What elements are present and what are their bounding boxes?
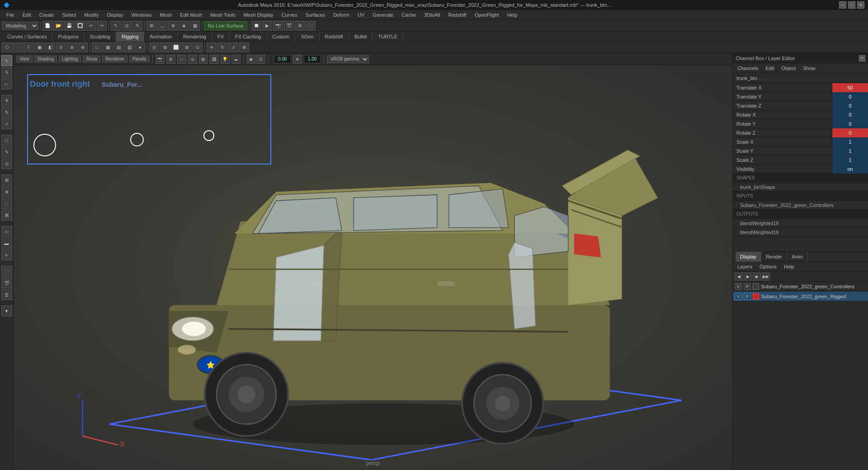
tab-xgen[interactable]: XGen [295,32,319,42]
lighting-menu-button[interactable]: Lighting [59,56,81,62]
viewport[interactable]: View Shading Lighting Show Renderer Pane… [14,53,732,470]
menu-help[interactable]: Help [504,11,521,19]
show-tab[interactable]: Show [801,65,817,72]
display-tab[interactable]: Display [736,252,761,262]
menu-redshift[interactable]: Redshift [444,11,470,19]
snapshot-button[interactable]: 📷 [273,21,283,31]
xray-icon[interactable]: ◎ [188,55,197,64]
menu-modify[interactable]: Modify [80,11,102,19]
custom-tool-3[interactable]: ⊙ [1,158,12,169]
renderer-menu-button[interactable]: Renderer [102,56,127,62]
tab-curves-surfaces[interactable]: Curves / Surfaces [2,32,52,42]
outliner-button[interactable]: ☰ [1,289,12,300]
texture-icon[interactable]: 🖼 [210,55,219,64]
smooth-button[interactable]: ▦ [103,42,113,52]
render-view-button[interactable]: 🎬 [1,277,12,288]
custom-tool-1[interactable]: ⬡ [1,135,12,146]
shading-menu-button[interactable]: Shading [34,56,57,62]
lasso-tool-button[interactable]: ◎ [122,21,132,31]
visibility-value[interactable]: on [832,164,868,174]
menu-windows[interactable]: Windows [128,11,156,19]
wireframe-button[interactable]: □ [92,42,102,52]
tab-sculpting[interactable]: Sculpting [85,32,116,42]
translate-y-value[interactable]: 0 [832,92,868,101]
scale-y-value[interactable]: 1 [832,146,868,155]
lights-icon[interactable]: 💡 [221,55,230,64]
menu-generate[interactable]: Generate [369,11,397,19]
menu-cache[interactable]: Cache [398,11,420,19]
gamma-select[interactable]: sRGB gamma Linear [327,55,369,63]
tab-fx-caching[interactable]: FX Caching [230,32,267,42]
universal-manip-button[interactable]: ⊕ [239,42,249,52]
menu-create[interactable]: Create [36,11,58,19]
layer-rigged[interactable]: V P Subaru_Forester_2022_green_Rigged [733,291,868,301]
uv-select-button[interactable]: ◧ [45,42,55,52]
texture-button[interactable]: ▨ [124,42,134,52]
maximize-button[interactable]: □ [848,1,855,9]
vertex-select-button[interactable]: · [13,42,23,52]
select-tool-button[interactable]: ↖ [111,21,121,31]
snap-point-button[interactable]: ⊕ [168,21,178,31]
scale-z-value[interactable]: 1 [832,155,868,164]
undo-button[interactable]: ↩ [86,21,96,31]
tab-fx[interactable]: FX [212,32,230,42]
paint-tool-button[interactable]: ✎ [132,21,142,31]
layer-anim-button[interactable]: ▶ [753,273,761,281]
next-layer-button[interactable]: ▶ [744,273,752,281]
layer-p-btn-2[interactable]: P [744,293,751,300]
lasso-select-button[interactable]: ⟜ [1,79,12,89]
mode-dropdown[interactable]: Modeling Rigging Animation Rendering FX [2,22,38,30]
tab-animation[interactable]: Animation [144,32,178,42]
joint-tool-button[interactable]: ⊙ [56,42,66,52]
scale-x-value[interactable]: 1 [832,137,868,146]
edit-tab[interactable]: Edit [764,65,776,72]
help-layer-tab[interactable]: Help [782,263,796,270]
select-mode-button[interactable]: ↖ [1,55,12,66]
rotate-z-value[interactable]: 0 [832,128,868,137]
wireframe-icon[interactable]: □ [177,55,186,64]
snap-grid-button[interactable]: ⊞ [146,21,156,31]
menu-file[interactable]: File [3,11,18,19]
menu-select[interactable]: Select [59,11,80,19]
custom-tool-2[interactable]: ✎ [1,146,12,157]
layer-end-button[interactable]: ▶▶ [762,273,770,281]
ik-handle-button[interactable]: ⊚ [67,42,77,52]
prev-layer-button[interactable]: ◀ [735,273,743,281]
menu-openflight[interactable]: OpenFlight [471,11,503,19]
isolate-icon[interactable]: ◉ [246,55,255,64]
layer-v-btn-2[interactable]: V [735,293,742,300]
lights-button[interactable]: ● [135,42,145,52]
menu-surfaces[interactable]: Surfaces [302,11,329,19]
tab-bullet[interactable]: Bullet [349,32,373,42]
edge-select-button[interactable]: ⌇ [24,42,33,52]
render-button[interactable]: 🎬 [284,21,294,31]
render-layer-button[interactable]: ▬ [1,238,12,249]
menu-edit[interactable]: Edit [19,11,35,19]
camera-icon[interactable]: 📷 [156,55,165,64]
move-button[interactable]: ✛ [207,42,217,52]
rotate-x-value[interactable]: 0 [832,110,868,119]
translate-z-value[interactable]: 0 [832,101,868,110]
xray-button[interactable]: ◎ [149,42,159,52]
render-preview-button[interactable]: ▶ [262,21,272,31]
scale-button[interactable]: ⤢ [228,42,238,52]
paint-select-button[interactable]: ✎ [1,67,12,78]
rotate-tool-button[interactable]: ↻ [1,107,12,118]
snap-curve-button[interactable]: ◡ [157,21,167,31]
show-menu-button[interactable]: Show [83,56,100,62]
layer-p-btn-1[interactable]: P [744,283,751,290]
menu-uv[interactable]: UV [354,11,368,19]
menu-3dtoall[interactable]: 3DtoAll [420,11,443,19]
heads-up-button[interactable]: ⊙ [193,42,203,52]
view-menu-button[interactable]: View [16,56,33,62]
panels-menu-button[interactable]: Panels [129,56,150,62]
anim-layer-button[interactable]: ≡ [1,249,12,260]
blend-weighted-18-item[interactable]: blendWeighted18 [733,219,868,228]
render-tab[interactable]: Render [761,252,787,262]
options-tab[interactable]: Options [758,263,778,270]
flat-button[interactable]: ▤ [113,42,123,52]
symmetry-button[interactable]: ⌘ [1,210,12,221]
ipr-button[interactable]: ⚙ [295,21,305,31]
tab-rigging[interactable]: Rigging [116,32,144,42]
rotate-button[interactable]: ↻ [217,42,227,52]
